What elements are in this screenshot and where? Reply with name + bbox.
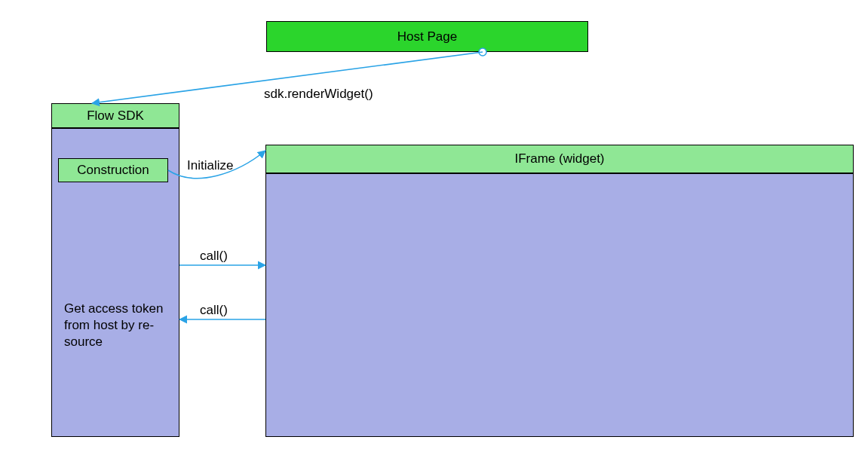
iframe-label: IFrame (widget): [514, 151, 604, 166]
flow-sdk-label: Flow SDK: [87, 108, 144, 124]
get-token-text: Get access token from host by re­source: [64, 301, 177, 350]
host-page-box: Host Page: [266, 21, 588, 52]
flow-sdk-header: Flow SDK: [51, 103, 179, 128]
call-forward-label: call(): [200, 249, 228, 264]
host-page-label: Host Page: [397, 29, 457, 44]
iframe-header: IFrame (widget): [265, 145, 854, 173]
iframe-body: [265, 173, 854, 437]
initialize-label: Initialize: [187, 158, 233, 173]
construction-label: Construction: [77, 163, 149, 178]
diagram-canvas: Host Page Flow SDK Construction IFrame (…: [0, 0, 868, 449]
call-back-label: call(): [200, 303, 228, 318]
construction-box: Construction: [58, 158, 168, 182]
render-widget-label: sdk.renderWidget(): [264, 87, 373, 102]
